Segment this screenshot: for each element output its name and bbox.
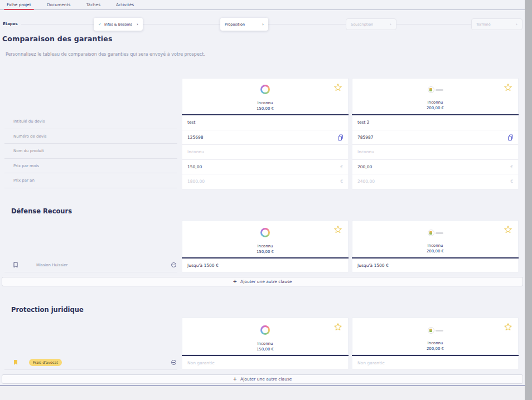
offer-header-card: Inconnu 200,00 € — [352, 78, 519, 114]
clause-value-field[interactable]: Non garantie — [352, 356, 519, 370]
offer-logo-rainbow-ring-icon — [260, 325, 270, 335]
protection-offer-column-2: Inconnu 200,00 € Non garantie — [352, 318, 519, 370]
euro-suffix: € — [340, 179, 343, 184]
section-title-defense-recours: Défense Recours — [11, 207, 72, 215]
step-label: Proposition — [225, 22, 258, 27]
offer-column-1: Inconnu 150,00 € test 125698 Inconnu 150… — [182, 78, 349, 189]
step-termine[interactable]: Terminé › — [471, 18, 523, 30]
field-prix-mois[interactable]: 200,00€ — [352, 160, 519, 175]
step-label: Terminé — [476, 22, 511, 27]
add-clause-label: Ajouter une autre clause — [240, 279, 292, 284]
comparison-row-labels: Intitulé du devis Numéro de devis Nom du… — [0, 114, 182, 188]
tab-fiche-projet[interactable]: Fiche projet — [7, 0, 31, 9]
bookmark-outline-icon — [13, 262, 18, 268]
offer-name: Inconnu — [258, 342, 273, 346]
field-prix-an[interactable]: 2400,00€ — [352, 174, 519, 189]
favorite-star-icon[interactable] — [333, 323, 342, 331]
offer-header-card: Inconnu 150,00 € — [182, 78, 349, 114]
favorite-star-icon[interactable] — [504, 323, 512, 331]
field-nom-produit[interactable]: Inconnu — [182, 145, 349, 160]
remove-clause-icon[interactable] — [171, 262, 176, 267]
offer-logo-rainbow-ring-icon — [260, 85, 270, 94]
field-prix-an[interactable]: 1800,00€ — [182, 174, 349, 189]
section-title-protection-juridique: Protection juridique — [11, 306, 84, 314]
clause-value-cells: Non garantie — [352, 355, 519, 370]
field-numero-devis[interactable]: 125698 — [182, 130, 349, 145]
row-label-produit: Nom du produit — [0, 144, 182, 159]
offer-header-card: Inconnu 200,00 € — [352, 318, 519, 355]
steps-bar: Etapes ✓ Infos & Besoins › Proposition ›… — [0, 17, 525, 31]
clause-label-pill: Frais d'avocat — [29, 359, 62, 366]
field-intitule-devis[interactable]: test 2 — [352, 115, 519, 130]
vertical-scrollbar[interactable] — [525, 0, 532, 400]
remove-clause-icon[interactable] — [171, 360, 176, 365]
field-prix-mois[interactable]: 150,00€ — [182, 160, 349, 175]
field-numero-devis[interactable]: 785987 — [352, 130, 519, 145]
row-label-text: Numéro de devis — [13, 134, 47, 139]
clause-value-field[interactable]: Jusqu'à 1500 € — [182, 258, 349, 272]
euro-suffix: € — [510, 179, 513, 184]
offer-name: Inconnu — [258, 101, 273, 105]
offer-fields: test 125698 Inconnu 150,00€ 1800,00€ — [182, 114, 349, 189]
offer-logo-emblem-icon — [428, 229, 443, 237]
chevron-right-icon: › — [390, 22, 391, 27]
tab-activites[interactable]: Activités — [116, 0, 134, 9]
chevron-right-icon: › — [137, 22, 138, 27]
field-value: test 2 — [357, 120, 513, 125]
offer-price: 150,00 € — [257, 106, 274, 111]
clause-row-mission-huissier: Mission Huissier — [0, 257, 182, 272]
favorite-star-icon[interactable] — [333, 83, 342, 91]
row-label-text: Intitulé du devis — [13, 119, 45, 124]
field-value: Inconnu — [187, 149, 343, 154]
euro-suffix: € — [510, 164, 513, 169]
clause-row-frais-avocat: Frais d'avocat — [0, 355, 182, 370]
clause-value-field[interactable]: Jusqu'à 1500 € — [352, 258, 519, 272]
tab-documents[interactable]: Documents — [47, 0, 71, 9]
row-label-intitule: Intitulé du devis — [0, 114, 182, 129]
field-value: 785987 — [357, 135, 513, 140]
favorite-star-icon[interactable] — [504, 83, 512, 91]
field-intitule-devis[interactable]: test — [182, 115, 349, 130]
step-infos-besoins[interactable]: ✓ Infos & Besoins › — [94, 18, 143, 31]
favorite-star-icon[interactable] — [504, 225, 512, 233]
offer-header-card: Inconnu 150,00 € — [182, 318, 349, 355]
clause-value: Jusqu'à 1500 € — [187, 263, 219, 268]
chevron-right-icon: › — [516, 22, 518, 27]
step-souscription[interactable]: Souscription › — [346, 18, 396, 30]
tab-bar: Fiche projet Documents Tâches Activités — [0, 0, 525, 10]
copy-icon[interactable] — [507, 134, 514, 141]
row-label-text: Prix par an — [13, 178, 35, 183]
garanties-comparison-screen: Fiche projet Documents Tâches Activités … — [0, 0, 532, 400]
add-clause-button[interactable]: + Ajouter une autre clause — [2, 374, 523, 384]
defense-offer-column-2: Inconnu 200,00 € Jusqu'à 1500 € — [352, 220, 519, 272]
clause-value-field[interactable]: Non garantie — [182, 356, 349, 370]
step-proposition[interactable]: Proposition › — [220, 18, 268, 31]
clause-value-cells: Jusqu'à 1500 € — [182, 257, 349, 272]
defense-offer-column-1: Inconnu 150,00 € Jusqu'à 1500 € — [182, 220, 349, 272]
offer-name: Inconnu — [428, 100, 443, 105]
tab-taches[interactable]: Tâches — [86, 0, 100, 9]
euro-suffix: € — [340, 164, 343, 169]
page-title: Comparaison des garanties — [2, 35, 113, 43]
row-label-prix-mois: Prix par mois — [0, 159, 182, 174]
add-clause-button[interactable]: + Ajouter une autre clause — [2, 277, 523, 286]
offer-logo-emblem-icon — [428, 86, 443, 94]
row-label-prix-an: Prix par an — [0, 173, 182, 188]
field-value: 2400,00 — [357, 179, 510, 184]
offer-name: Inconnu — [258, 244, 273, 248]
offer-name: Inconnu — [428, 243, 443, 248]
favorite-star-icon[interactable] — [333, 225, 342, 233]
chevron-right-icon: › — [262, 22, 264, 27]
page-subtitle: Personnalisez le tableau de comparaison … — [6, 52, 205, 57]
offer-price: 200,00 € — [427, 347, 444, 351]
clause-label: Mission Huissier — [36, 263, 67, 267]
offer-header-card: Inconnu 200,00 € — [352, 220, 519, 257]
check-icon: ✓ — [98, 22, 101, 27]
field-value: test — [187, 120, 343, 125]
copy-icon[interactable] — [337, 134, 344, 141]
offer-price: 150,00 € — [257, 347, 274, 352]
offer-header-card: Inconnu 150,00 € — [182, 220, 349, 257]
offer-logo-emblem-icon — [428, 326, 443, 334]
field-nom-produit[interactable]: Inconnu — [352, 145, 519, 160]
field-value: Inconnu — [357, 149, 513, 154]
